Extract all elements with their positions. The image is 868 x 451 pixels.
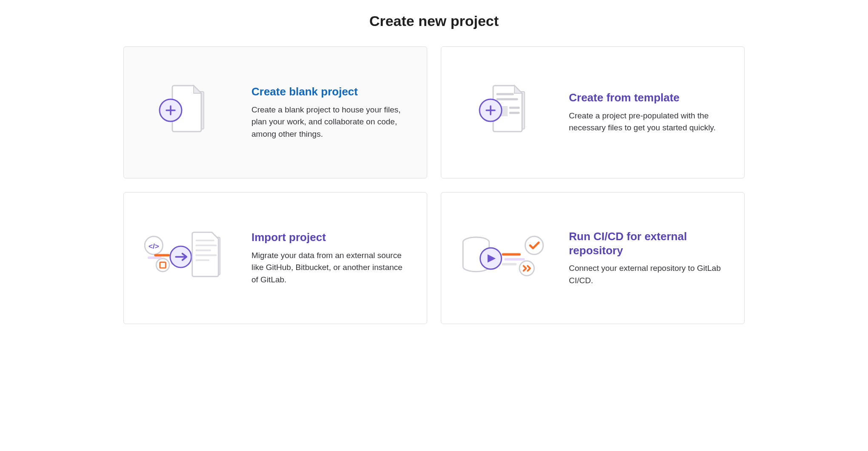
panel-grid: Create blank project Create a blank proj… [123,46,745,324]
svg-point-33 [525,236,543,254]
panel-heading-create-blank-project: Create blank project [251,85,405,99]
panel-text-area: Run CI/CD for external repository Connec… [560,230,723,287]
panel-text-area: Import project Migrate your data from an… [243,230,405,286]
page-title: Create new project [123,13,745,29]
create-project-page: Create new project Create blank project [115,0,753,350]
panel-description-create-blank-project: Create a blank project to house your fil… [251,104,405,141]
panel-description-create-from-template: Create a project pre-populated with the … [569,110,723,134]
panel-create-blank-project[interactable]: Create blank project Create a blank proj… [123,46,427,178]
illustration-template [454,76,560,149]
cicd-icon [454,222,560,294]
panel-run-cicd-external[interactable]: Run CI/CD for external repository Connec… [441,192,745,324]
panel-heading-create-from-template: Create from template [569,91,723,105]
illustration-cicd [454,222,560,294]
panel-description-run-cicd: Connect your external repository to GitL… [569,262,723,287]
panel-description-import-project: Migrate your data from an external sourc… [251,250,405,286]
panel-text-area: Create blank project Create a blank proj… [243,85,405,140]
panel-import-project[interactable]: </> [123,192,427,324]
panel-text-area: Create from template Create a project pr… [560,91,723,134]
panel-create-from-template[interactable]: Create from template Create a project pr… [441,46,745,178]
illustration-import: </> [137,222,243,294]
template-icon [471,76,543,149]
panel-heading-run-cicd: Run CI/CD for external repository [569,230,723,257]
svg-text:</>: </> [148,242,159,250]
import-icon: </> [137,222,243,294]
illustration-blank-project [137,76,243,149]
panel-heading-import-project: Import project [251,230,405,244]
svg-point-15 [156,259,169,272]
blank-project-icon [154,76,226,149]
